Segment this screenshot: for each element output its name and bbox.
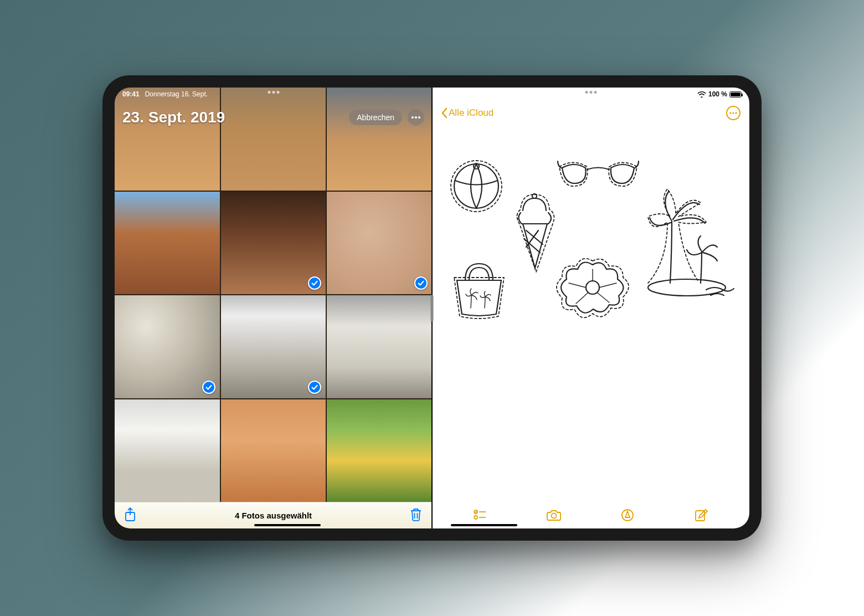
status-bar-right: 100 % bbox=[432, 88, 749, 101]
doodle-flower bbox=[551, 253, 634, 325]
photo-thumbnail[interactable] bbox=[115, 295, 220, 398]
multitask-indicator-icon[interactable] bbox=[585, 91, 596, 94]
svg-point-6 bbox=[735, 112, 737, 114]
photo-thumbnail[interactable] bbox=[115, 192, 220, 295]
home-indicator[interactable] bbox=[254, 524, 321, 526]
selected-check-icon bbox=[414, 276, 428, 290]
selected-check-icon bbox=[202, 381, 215, 394]
doodle-beach-bag bbox=[446, 255, 512, 322]
share-button[interactable] bbox=[125, 507, 136, 524]
checklist-icon bbox=[474, 510, 487, 521]
compose-button[interactable] bbox=[690, 509, 712, 522]
selection-status: 4 Fotos ausgewählt bbox=[235, 511, 312, 520]
battery-icon bbox=[729, 91, 742, 97]
svg-point-8 bbox=[454, 164, 498, 208]
markup-button[interactable] bbox=[616, 509, 639, 522]
trash-icon bbox=[410, 508, 422, 521]
ellipsis-icon bbox=[412, 116, 420, 119]
svg-point-15 bbox=[551, 514, 556, 519]
notes-back-button[interactable]: Alle iCloud bbox=[441, 107, 493, 119]
status-date: Donnerstag 16. Sept. bbox=[145, 90, 208, 98]
home-indicator[interactable] bbox=[451, 524, 517, 526]
selected-check-icon bbox=[308, 381, 321, 394]
notes-app: 100 % Alle iCloud bbox=[432, 88, 749, 528]
photo-thumbnail[interactable] bbox=[327, 88, 432, 191]
ipad-device-frame: 09:41 Donnerstag 16. Sept. 23. Sept. 201… bbox=[102, 75, 762, 541]
split-view-handle-icon[interactable] bbox=[431, 295, 434, 321]
doodle-sunglasses bbox=[557, 156, 640, 194]
photos-grid bbox=[115, 88, 432, 502]
photo-thumbnail[interactable] bbox=[327, 399, 432, 502]
notes-canvas[interactable] bbox=[432, 125, 749, 502]
share-icon bbox=[125, 507, 136, 522]
svg-point-5 bbox=[732, 112, 734, 114]
svg-point-2 bbox=[418, 116, 420, 119]
photo-thumbnail[interactable] bbox=[221, 88, 326, 191]
chevron-left-icon bbox=[441, 107, 448, 119]
photo-thumbnail[interactable] bbox=[115, 399, 220, 502]
battery-percent: 100 % bbox=[708, 90, 727, 98]
photo-thumbnail[interactable] bbox=[327, 295, 432, 398]
status-time: 09:41 bbox=[122, 90, 140, 98]
more-button[interactable] bbox=[408, 109, 424, 126]
svg-point-14 bbox=[474, 516, 477, 519]
doodle-beach-ball bbox=[449, 158, 504, 214]
wifi-icon bbox=[697, 91, 706, 97]
compose-icon bbox=[695, 509, 708, 522]
photo-thumbnail[interactable] bbox=[221, 192, 326, 295]
photos-date-title: 23. Sept. 2019 bbox=[122, 109, 225, 126]
photo-thumbnail[interactable] bbox=[221, 295, 326, 398]
svg-point-0 bbox=[412, 116, 414, 119]
camera-icon bbox=[547, 509, 561, 521]
photos-app: 09:41 Donnerstag 16. Sept. 23. Sept. 201… bbox=[115, 88, 432, 528]
photo-thumbnail[interactable] bbox=[327, 192, 432, 295]
delete-button[interactable] bbox=[410, 508, 422, 523]
svg-point-12 bbox=[586, 281, 599, 294]
photo-thumbnail[interactable] bbox=[221, 399, 326, 502]
svg-point-1 bbox=[415, 116, 417, 119]
status-bar-left: 09:41 Donnerstag 16. Sept. bbox=[115, 88, 432, 101]
checklist-button[interactable] bbox=[469, 510, 491, 521]
notes-more-button[interactable] bbox=[726, 106, 740, 120]
cancel-button[interactable]: Abbrechen bbox=[349, 110, 402, 125]
svg-point-4 bbox=[729, 112, 731, 114]
markup-icon bbox=[621, 509, 634, 522]
doodle-palm-trees bbox=[645, 150, 739, 300]
notes-back-label: Alle iCloud bbox=[449, 107, 493, 119]
notes-header: Alle iCloud bbox=[432, 101, 749, 125]
ellipsis-icon bbox=[729, 112, 737, 114]
selected-check-icon bbox=[308, 276, 321, 290]
ipad-screen: 09:41 Donnerstag 16. Sept. 23. Sept. 201… bbox=[115, 88, 749, 528]
multitask-indicator-icon[interactable] bbox=[268, 91, 279, 94]
photos-header: 23. Sept. 2019 Abbrechen bbox=[115, 104, 432, 131]
svg-point-7 bbox=[451, 161, 502, 212]
camera-button[interactable] bbox=[543, 509, 565, 521]
photo-thumbnail[interactable] bbox=[115, 88, 220, 191]
